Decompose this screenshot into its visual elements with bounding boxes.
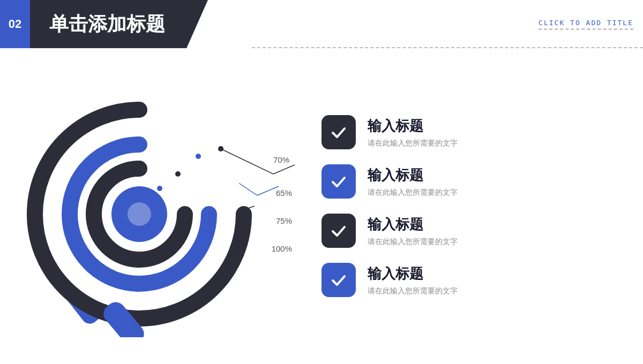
svg-point-25 (218, 146, 223, 151)
item-title-1[interactable]: 输入标题 (368, 117, 458, 135)
main-content: 70% 65% 75% 100% (0, 48, 643, 364)
svg-line-7 (273, 165, 295, 174)
header: 02 单击添加标题 CLICK TO ADD TITLE (0, 0, 643, 48)
magnifier-chart: 70% 65% 75% 100% (21, 91, 295, 337)
item-title-2[interactable]: 输入标题 (368, 166, 458, 185)
item-subtitle-3: 请在此输入您所需要的文字 (368, 237, 458, 247)
click-to-add-label[interactable]: CLICK TO ADD TITLE (539, 19, 633, 30)
svg-text:65%: 65% (276, 188, 292, 198)
list-item: 输入标题 请在此输入您所需要的文字 (322, 115, 611, 149)
item-text-2: 输入标题 请在此输入您所需要的文字 (368, 166, 458, 198)
item-text-3: 输入标题 请在此输入您所需要的文字 (368, 215, 458, 247)
svg-point-27 (175, 171, 181, 177)
item-subtitle-1: 请在此输入您所需要的文字 (368, 139, 458, 148)
check-icon-2 (322, 164, 356, 199)
item-title-3[interactable]: 输入标题 (368, 215, 458, 234)
item-subtitle-4: 请在此输入您所需要的文字 (368, 286, 458, 296)
page-title[interactable]: 单击添加标题 (49, 11, 165, 37)
check-icon-4 (322, 263, 356, 297)
check-icon-1 (322, 115, 356, 149)
list-item: 输入标题 请在此输入您所需要的文字 (322, 164, 611, 199)
svg-text:100%: 100% (272, 244, 292, 253)
item-title-4[interactable]: 输入标题 (368, 264, 458, 283)
item-text-1: 输入标题 请在此输入您所需要的文字 (368, 117, 458, 148)
item-subtitle-2: 请在此输入您所需要的文字 (368, 188, 458, 198)
list-item: 输入标题 请在此输入您所需要的文字 (322, 263, 611, 297)
header-badge: 02 (0, 0, 30, 48)
svg-point-23 (128, 202, 151, 226)
magnifier-section: 70% 65% 75% 100% (21, 75, 300, 337)
header-title-block: 单击添加标题 (30, 0, 208, 48)
header-dashed-line (252, 47, 643, 48)
checklist-section: 输入标题 请在此输入您所需要的文字 输入标题 请在此输入您所需要的文字 (300, 115, 611, 297)
svg-point-28 (157, 186, 162, 191)
svg-point-26 (196, 154, 201, 159)
list-item: 输入标题 请在此输入您所需要的文字 (322, 214, 611, 248)
svg-text:75%: 75% (276, 216, 292, 225)
check-icon-3 (322, 214, 356, 248)
item-text-4: 输入标题 请在此输入您所需要的文字 (368, 264, 458, 296)
svg-text:70%: 70% (273, 155, 289, 164)
